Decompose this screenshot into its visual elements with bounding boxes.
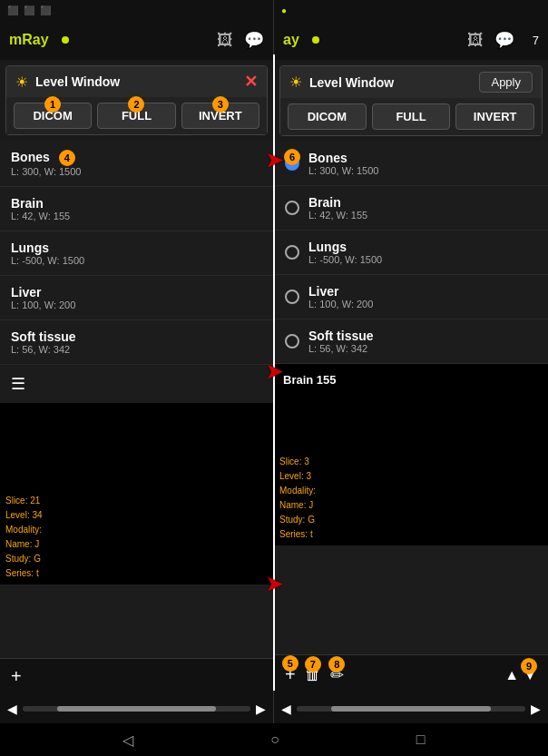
android-home-button[interactable]: ○ — [270, 731, 279, 748]
right-bones-radio: 6 — [285, 156, 299, 171]
left-lw-title: Level Window — [35, 74, 237, 89]
left-logo: mRay — [9, 32, 49, 48]
status-icon-1: ⬛ — [7, 5, 18, 15]
right-lw-header: ☀ Level Window Apply — [280, 66, 542, 98]
right-bones-badge: 6 — [284, 149, 300, 165]
left-full-badge: 2 — [128, 96, 144, 113]
right-apply-button[interactable]: Apply — [479, 72, 533, 93]
right-add-wrap: 5 + — [285, 664, 296, 685]
right-liver-radio — [285, 290, 299, 304]
left-nav-bar: ◀ ▶ — [0, 694, 273, 723]
right-brightness-icon: ☀ — [289, 74, 302, 91]
left-nav-slider[interactable] — [23, 706, 250, 712]
right-info-bar: Slice: 3Level: 3Modality:Name: JStudy: G… — [279, 455, 543, 542]
right-level-window-panel: ☀ Level Window Apply DICOM FULL INVERT — [279, 65, 543, 136]
right-viewer-area: Brain 155 Slice: 3Level: 3Modality:Name:… — [274, 364, 548, 545]
android-back-button[interactable]: ◁ — [122, 731, 133, 749]
right-nav-slider[interactable] — [297, 706, 525, 712]
right-edit-badge: 8 — [328, 656, 345, 673]
left-preset-lungs[interactable]: Lungs L: -500, W: 1500 — [0, 231, 273, 276]
right-preset-brain[interactable]: Brain L: 42, W: 155 — [274, 186, 548, 231]
android-recents-button[interactable]: □ — [416, 731, 426, 748]
hamburger-icon: ☰ — [11, 374, 25, 394]
left-preset-brain[interactable]: Brain L: 42, W: 155 — [0, 187, 273, 231]
right-slider-track — [331, 706, 491, 712]
right-preset-lungs[interactable]: Lungs L: -500, W: 1500 — [274, 231, 548, 275]
left-gallery-icon[interactable]: 🖼 — [217, 31, 233, 50]
status-icon-3: ⬛ — [40, 5, 51, 15]
right-preset-bones[interactable]: 6 Bones L: 300, W: 1500 — [274, 142, 548, 186]
right-bottom-toolbar: 5 + 7 🗑 8 ✏ 9 ▲ ▼ — [274, 654, 548, 694]
status-icon-2: ⬛ — [24, 5, 34, 15]
left-invert-button[interactable]: 3 INVERT — [181, 103, 259, 129]
left-viewer-area: Slice: 21Level: 34Modality:Name: JStudy:… — [0, 403, 273, 584]
left-preset-bones[interactable]: Bones 4 L: 300, W: 1500 — [0, 141, 273, 187]
left-brightness-icon: ☀ — [15, 74, 28, 91]
right-app-header: ay 🖼 💬 7 — [274, 20, 548, 60]
left-lw-header: ☀ Level Window ✕ — [6, 66, 267, 97]
left-preset-softtissue[interactable]: Soft tissue L: 56, W: 342 — [0, 320, 273, 365]
left-full-button[interactable]: 2 FULL — [97, 103, 175, 129]
brain-overlay-text: Brain 155 — [283, 373, 337, 387]
right-softtissue-radio — [285, 334, 299, 349]
left-slider-track — [57, 706, 217, 712]
right-lw-title: Level Window — [309, 75, 472, 90]
right-nav-bar: ◀ ▶ — [274, 694, 548, 723]
right-dicom-button[interactable]: DICOM — [288, 103, 367, 130]
right-panel: ● ay 🖼 💬 7 ☀ Level Window Apply — [274, 0, 548, 723]
right-preset-liver[interactable]: Liver L: 100, W: 200 — [274, 275, 548, 319]
right-up-button[interactable]: ▲ — [504, 667, 519, 683]
right-lungs-radio — [285, 245, 299, 260]
right-edit-wrap: 8 ✏ — [330, 665, 344, 685]
left-add-button[interactable]: + — [11, 666, 22, 687]
left-bottom-toolbar: + — [0, 658, 273, 694]
right-nav-wrap: 9 ▲ ▼ — [504, 667, 537, 683]
left-dicom-badge: 1 — [44, 96, 61, 113]
left-lw-close-button[interactable]: ✕ — [244, 72, 258, 92]
left-chat-icon[interactable]: 💬 — [244, 30, 264, 50]
left-panel: ⬛ ⬛ ⬛ mRay 🖼 💬 ☀ Level Window ✕ — [0, 0, 274, 723]
android-nav-bar: ◁ ○ □ — [0, 723, 548, 756]
left-app-header: mRay 🖼 💬 — [0, 20, 273, 60]
right-nav-right-button[interactable]: ▶ — [531, 702, 541, 716]
right-preset-softtissue[interactable]: Soft tissue L: 56, W: 342 — [274, 319, 548, 364]
left-invert-badge: 3 — [212, 96, 229, 113]
right-nav-left-button[interactable]: ◀ — [281, 702, 291, 716]
right-add-badge: 5 — [282, 655, 298, 672]
left-status-dot — [62, 36, 69, 44]
right-nav-badge: 9 — [521, 658, 537, 674]
left-lw-buttons: 1 DICOM 2 FULL 3 INVERT — [6, 97, 267, 134]
left-dicom-button[interactable]: 1 DICOM — [14, 103, 92, 129]
left-menu-button[interactable]: ☰ — [0, 365, 273, 403]
right-invert-button[interactable]: INVERT — [455, 103, 534, 130]
right-lw-buttons: DICOM FULL INVERT — [280, 98, 542, 135]
left-preset-liver[interactable]: Liver L: 100, W: 200 — [0, 276, 273, 320]
right-delete-wrap: 7 🗑 — [305, 665, 321, 684]
right-gallery-icon[interactable]: 🖼 — [467, 31, 484, 50]
right-full-button[interactable]: FULL — [372, 103, 451, 130]
right-status-dot: ● — [281, 5, 287, 15]
left-nav-left-button[interactable]: ◀ — [7, 702, 17, 716]
right-brain-radio — [285, 201, 299, 215]
left-nav-right-button[interactable]: ▶ — [256, 702, 266, 716]
left-level-window-panel: ☀ Level Window ✕ 1 DICOM 2 FULL 3 I — [5, 65, 268, 135]
right-header-num: 7 — [525, 34, 539, 47]
left-preset-list: Bones 4 L: 300, W: 1500 Brain L: 42, W: … — [0, 141, 273, 658]
right-delete-badge: 7 — [305, 656, 321, 673]
left-bones-badge: 4 — [59, 150, 75, 166]
right-chat-icon[interactable]: 💬 — [494, 30, 514, 50]
right-preset-list: 6 Bones L: 300, W: 1500 Brain L: 42, W: … — [274, 142, 548, 654]
right-logo: ay — [283, 32, 299, 48]
right-status-indicator — [312, 36, 319, 44]
left-info-bar: Slice: 21Level: 34Modality:Name: JStudy:… — [5, 494, 268, 581]
